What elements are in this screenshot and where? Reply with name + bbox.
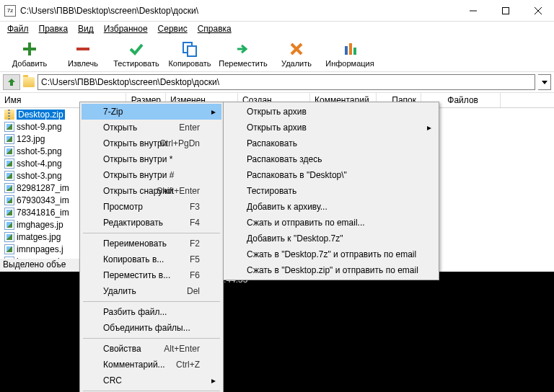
menu-shortcut: Enter: [179, 122, 200, 133]
file-name: imghages.jp: [17, 220, 63, 230]
img-icon: [4, 208, 14, 218]
svg-rect-9: [345, 46, 348, 55]
menu-item-label: Открыть внутри *: [103, 154, 172, 164]
menu-edit[interactable]: Правка: [35, 22, 73, 35]
zip-icon: [4, 110, 14, 120]
tool-label: Удалить: [281, 59, 312, 68]
maximize-button[interactable]: [489, 0, 522, 21]
minimize-button[interactable]: [457, 0, 489, 21]
menu-item[interactable]: CRC ▸: [82, 373, 221, 388]
tool-check[interactable]: Тестировать: [111, 37, 162, 70]
file-name: sshot-9.png: [17, 122, 62, 132]
menu-item-label: Открыть внутри: [103, 138, 167, 148]
tool-label: Копировать: [168, 59, 211, 68]
file-name: 82981287_im: [17, 183, 69, 193]
tool-move[interactable]: Переместить: [218, 37, 268, 70]
svg-rect-6: [76, 48, 89, 50]
menu-item[interactable]: Копировать в... F5: [82, 251, 221, 267]
menu-separator: [83, 391, 220, 391]
img-icon: [4, 220, 14, 230]
path-dropdown[interactable]: [538, 74, 551, 90]
context-submenu-7zip: Открыть архив Открыть архив ▸ Распаковат…: [223, 102, 439, 280]
menu-item[interactable]: Открыть внутри #: [82, 167, 221, 183]
menu-item[interactable]: Объединить файлы...: [82, 320, 221, 336]
file-name: 123.jpg: [17, 134, 45, 144]
menu-item[interactable]: Удалить Del: [82, 283, 221, 299]
menu-shortcut: Del: [187, 286, 200, 296]
menu-item[interactable]: Сжать в "Desktop.zip" и отправить по ema…: [225, 262, 437, 278]
menu-item[interactable]: Открыть снаружи Shift+Enter: [82, 183, 221, 199]
menubar: Файл Правка Вид Избранное Сервис Справка: [0, 22, 554, 36]
menu-item-label: Открыть: [103, 122, 137, 133]
menu-item[interactable]: Переместить в... F6: [82, 267, 221, 283]
menu-item-label: Сжать в "Desktop.7z" и отправить по emai…: [247, 249, 416, 259]
menu-item[interactable]: Открыть Enter: [82, 120, 221, 135]
file-name: sshot-3.png: [17, 171, 62, 181]
path-input[interactable]: [38, 74, 535, 90]
submenu-arrow-icon: ▸: [211, 375, 216, 386]
menu-file[interactable]: Файл: [3, 22, 33, 35]
menu-item[interactable]: Открыть архив: [225, 104, 437, 120]
menu-item[interactable]: Добавить к "Desktop.7z": [225, 231, 437, 246]
tool-label: Информация: [325, 59, 374, 68]
menu-item[interactable]: Распаковать в "Desktop\": [225, 167, 437, 183]
close-button[interactable]: [522, 0, 554, 21]
menu-item[interactable]: Комментарий... Ctrl+Z: [82, 357, 221, 373]
img-icon: [4, 159, 14, 169]
menu-item[interactable]: Редактировать F4: [82, 215, 221, 231]
folder-icon: [23, 77, 35, 87]
menu-shortcut: Alt+Enter: [164, 344, 200, 354]
menu-view[interactable]: Вид: [74, 22, 98, 35]
menu-item[interactable]: Просмотр F3: [82, 199, 221, 215]
file-name: 67930343_im: [17, 195, 69, 205]
menu-item[interactable]: Переименовать F2: [82, 236, 221, 251]
img-icon: [4, 146, 14, 156]
menu-item-label: Открыть архив: [247, 122, 307, 133]
pathbar: [0, 72, 554, 92]
menu-item[interactable]: Сжать и отправить по email...: [225, 215, 437, 231]
menu-item[interactable]: Распаковать: [225, 135, 437, 151]
menu-item[interactable]: Открыть архив ▸: [225, 120, 437, 135]
menu-separator: [83, 233, 220, 233]
tool-minus[interactable]: Извлечь: [58, 37, 108, 70]
menu-favorites[interactable]: Избранное: [100, 22, 152, 35]
menu-item[interactable]: Разбить файл...: [82, 304, 221, 320]
up-button[interactable]: [3, 74, 20, 90]
menu-help[interactable]: Справка: [193, 22, 236, 35]
menu-item-label: Удалить: [103, 286, 136, 296]
menu-item-label: Сжать в "Desktop.zip" и отправить по ema…: [247, 265, 418, 275]
menu-item-label: Переместить в...: [103, 270, 170, 280]
menu-item[interactable]: Открыть внутри Ctrl+PgDn: [82, 135, 221, 151]
titlebar: 7z C:\Users\ПВВ\Desktop\screen\Desktop\д…: [0, 0, 554, 22]
menu-item[interactable]: 7-Zip ▸: [82, 104, 221, 120]
img-icon: [4, 171, 14, 181]
menu-item-label: Комментарий...: [103, 360, 165, 370]
menu-item[interactable]: Распаковать здесь: [225, 151, 437, 167]
menu-item[interactable]: Свойства Alt+Enter: [82, 341, 221, 357]
menu-shortcut: F4: [190, 218, 200, 228]
tool-label: Тестировать: [113, 59, 159, 68]
img-icon: [4, 232, 14, 242]
menu-item[interactable]: Сжать в "Desktop.7z" и отправить по emai…: [225, 246, 437, 262]
tool-label: Извлечь: [68, 59, 98, 68]
menu-shortcut: F3: [190, 202, 200, 212]
tool-info[interactable]: Информация: [325, 37, 375, 70]
menu-item-label: Свойства: [103, 344, 141, 354]
svg-rect-10: [349, 43, 352, 55]
statusbar: Выделено объе: [0, 259, 79, 272]
menu-tools[interactable]: Сервис: [154, 22, 192, 35]
file-name: Desktop.zip: [17, 110, 65, 120]
file-name: 78341816_im: [17, 208, 69, 218]
menu-shortcut: Ctrl+Z: [176, 360, 200, 370]
img-icon: [4, 183, 14, 193]
menu-item[interactable]: Тестировать: [225, 183, 437, 199]
menu-item-label: Переименовать: [103, 239, 167, 249]
file-name: sshot-5.png: [17, 146, 62, 156]
menu-item[interactable]: Добавить к архиву...: [225, 199, 437, 215]
tool-plus[interactable]: Добавить: [4, 37, 55, 70]
menu-shortcut: F6: [190, 270, 200, 280]
menu-item[interactable]: Открыть внутри *: [82, 151, 221, 167]
svg-rect-5: [23, 48, 36, 50]
tool-copy[interactable]: Копировать: [164, 37, 215, 70]
tool-x[interactable]: Удалить: [271, 37, 322, 70]
